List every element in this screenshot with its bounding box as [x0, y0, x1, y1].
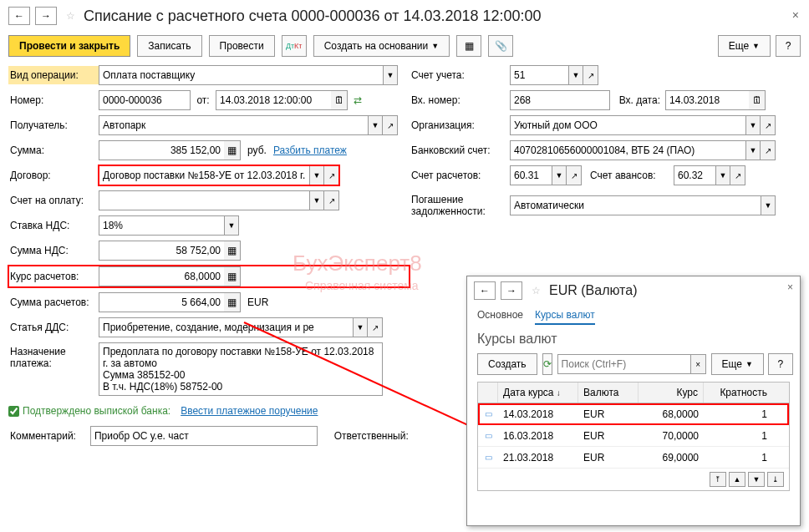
- popup-nav-fwd[interactable]: →: [501, 281, 522, 300]
- rate-input[interactable]: [99, 266, 224, 286]
- submit-button[interactable]: Провести: [209, 35, 275, 57]
- refresh-icon[interactable]: ⇄: [348, 94, 368, 106]
- nav-back-button[interactable]: ←: [8, 7, 30, 25]
- eur-label: EUR: [247, 296, 268, 308]
- rub-label: руб.: [247, 144, 267, 156]
- popup-favorite-icon[interactable]: ☆: [527, 282, 544, 299]
- table-row[interactable]: ▭ 16.03.2018 EUR 70,0000 1: [478, 425, 789, 447]
- sum-calc-icon[interactable]: ▦: [224, 140, 241, 160]
- debt-input[interactable]: [510, 195, 761, 215]
- save-button[interactable]: Записать: [137, 35, 201, 57]
- org-input[interactable]: [510, 115, 745, 135]
- popup-search-clear-icon[interactable]: ×: [691, 354, 706, 374]
- bank-acc-dropdown-icon[interactable]: ▼: [745, 140, 761, 160]
- bank-acc-open-icon[interactable]: ↗: [761, 140, 776, 160]
- account-input[interactable]: [510, 65, 568, 85]
- recipient-input[interactable]: [99, 115, 368, 135]
- rate-calc-icon[interactable]: ▦: [224, 266, 241, 286]
- recipient-dropdown-icon[interactable]: ▼: [368, 115, 383, 135]
- bank-acc-input[interactable]: [510, 140, 745, 160]
- contract-open-icon[interactable]: ↗: [324, 165, 339, 185]
- vat-dropdown-icon[interactable]: ▼: [224, 215, 239, 236]
- favorite-icon[interactable]: ☆: [62, 8, 79, 24]
- org-open-icon[interactable]: ↗: [761, 115, 776, 135]
- contract-input[interactable]: [99, 165, 309, 185]
- col-date[interactable]: Дата курса ↓: [498, 383, 578, 403]
- dds-open-icon[interactable]: ↗: [368, 317, 383, 337]
- recipient-open-icon[interactable]: ↗: [383, 115, 398, 135]
- popup-nav-back[interactable]: ←: [474, 281, 496, 300]
- col-currency[interactable]: Валюта: [578, 383, 639, 403]
- advance-acc-input[interactable]: [674, 165, 715, 185]
- dk-kt-icon[interactable]: ДтКт: [282, 35, 307, 57]
- calc-acc-input[interactable]: [510, 165, 552, 185]
- calc-sum-input[interactable]: [99, 292, 224, 312]
- debt-label: Погашение задолженности:: [410, 190, 510, 220]
- vat-rate-input[interactable]: [99, 215, 224, 236]
- nav-up-button[interactable]: ▲: [729, 472, 745, 487]
- comment-input[interactable]: [90, 426, 318, 446]
- advance-acc-dropdown-icon[interactable]: ▼: [715, 165, 730, 185]
- popup-search-input[interactable]: [557, 354, 691, 374]
- more-button[interactable]: Еще ▼: [718, 35, 771, 57]
- number-input[interactable]: [99, 90, 191, 110]
- vat-sum-label: Сумма НДС:: [8, 241, 99, 260]
- org-dropdown-icon[interactable]: ▼: [745, 115, 761, 135]
- enter-payment-link[interactable]: Ввести платежное поручение: [181, 405, 318, 417]
- confirmed-checkbox[interactable]: [8, 406, 19, 417]
- sum-input[interactable]: [99, 140, 224, 160]
- submit-and-close-button[interactable]: Провести и закрыть: [8, 35, 130, 57]
- attach-icon[interactable]: 📎: [488, 35, 513, 57]
- create-based-button[interactable]: Создать на основании ▼: [313, 35, 450, 57]
- account-open-icon[interactable]: ↗: [583, 65, 598, 85]
- vat-sum-input[interactable]: [99, 241, 224, 261]
- calc-sum-calc-icon[interactable]: ▦: [224, 292, 241, 312]
- nav-first-button[interactable]: ⤒: [710, 472, 726, 487]
- dds-input[interactable]: [99, 317, 353, 337]
- popup-more-button[interactable]: Еще ▼: [711, 353, 764, 375]
- contract-dropdown-icon[interactable]: ▼: [309, 165, 324, 185]
- popup-refresh-icon[interactable]: ⟳: [542, 353, 552, 375]
- vat-rate-label: Ставка НДС:: [8, 216, 99, 235]
- date-input[interactable]: [216, 90, 331, 110]
- report-icon[interactable]: ▦: [456, 35, 481, 57]
- advance-acc-open-icon[interactable]: ↗: [730, 165, 745, 185]
- in-number-input[interactable]: [510, 90, 610, 110]
- calendar-icon[interactable]: 🗓: [331, 90, 348, 110]
- help-button[interactable]: ?: [776, 35, 801, 57]
- popup-help-button[interactable]: ?: [768, 353, 793, 375]
- recipient-label: Получатель:: [8, 116, 99, 134]
- popup-create-button[interactable]: Создать: [477, 353, 537, 375]
- calc-acc-label: Счет расчетов:: [410, 166, 510, 185]
- close-button[interactable]: ×: [792, 8, 799, 22]
- tab-rates[interactable]: Курсы валют: [535, 307, 595, 325]
- calc-acc-open-icon[interactable]: ↗: [567, 165, 582, 185]
- account-dropdown-icon[interactable]: ▼: [568, 65, 583, 85]
- invoice-dropdown-icon[interactable]: ▼: [309, 190, 324, 210]
- nav-last-button[interactable]: ⤓: [767, 472, 784, 487]
- in-date-label: Вх. дата:: [610, 94, 660, 106]
- nav-down-button[interactable]: ▼: [748, 472, 765, 487]
- invoice-input[interactable]: [99, 190, 309, 210]
- table-row[interactable]: ▭ 14.03.2018 EUR 68,0000 1: [478, 403, 789, 425]
- op-type-select[interactable]: [99, 65, 383, 85]
- purpose-textarea[interactable]: [99, 342, 383, 396]
- in-date-calendar-icon[interactable]: 🗓: [749, 90, 766, 110]
- vat-calc-icon[interactable]: ▦: [224, 241, 241, 261]
- debt-dropdown-icon[interactable]: ▼: [761, 195, 776, 215]
- nav-forward-button[interactable]: →: [35, 7, 57, 25]
- in-date-input[interactable]: [665, 90, 749, 110]
- popup-close-button[interactable]: ×: [787, 281, 793, 293]
- dds-dropdown-icon[interactable]: ▼: [353, 317, 368, 337]
- col-mult[interactable]: Кратность: [704, 383, 772, 403]
- tab-main[interactable]: Основное: [477, 307, 523, 325]
- table-row[interactable]: ▭ 21.03.2018 EUR 69,0000 1: [478, 447, 789, 469]
- col-rate[interactable]: Курс: [639, 383, 704, 403]
- op-type-dropdown-icon[interactable]: ▼: [383, 65, 398, 85]
- calc-sum-label: Сумма расчетов:: [8, 293, 99, 312]
- calc-acc-dropdown-icon[interactable]: ▼: [552, 165, 567, 185]
- invoice-open-icon[interactable]: ↗: [324, 190, 339, 210]
- split-payment-link[interactable]: Разбить платеж: [273, 144, 347, 156]
- rate-label: Курс расчетов:: [8, 267, 99, 286]
- row-icon: ▭: [485, 409, 492, 418]
